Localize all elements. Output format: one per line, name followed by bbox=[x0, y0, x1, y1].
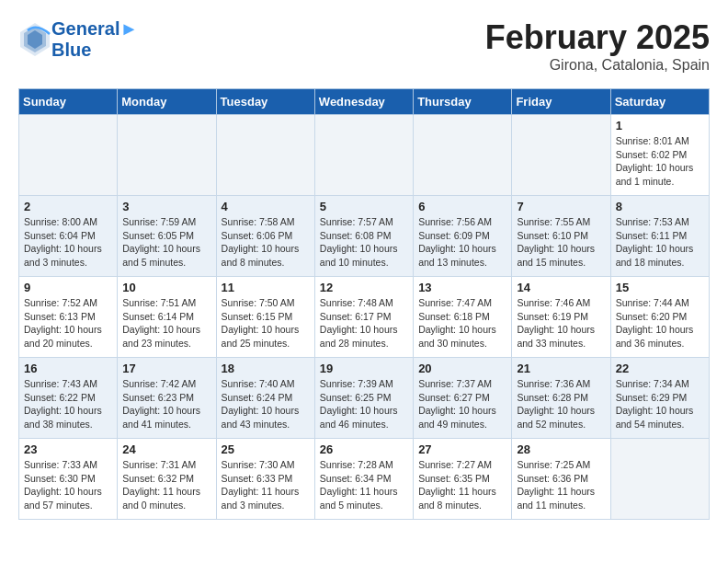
day-number: 17 bbox=[122, 362, 210, 375]
calendar-day-cell: 14Sunrise: 7:46 AM Sunset: 6:19 PM Dayli… bbox=[512, 277, 610, 358]
day-number: 10 bbox=[122, 281, 210, 294]
calendar-day-cell: 25Sunrise: 7:30 AM Sunset: 6:33 PM Dayli… bbox=[216, 439, 314, 520]
calendar-day-cell: 3Sunrise: 7:59 AM Sunset: 6:05 PM Daylig… bbox=[118, 196, 216, 277]
calendar-day-cell: 18Sunrise: 7:40 AM Sunset: 6:24 PM Dayli… bbox=[216, 358, 314, 439]
day-info: Sunrise: 7:50 AM Sunset: 6:15 PM Dayligh… bbox=[222, 296, 310, 350]
calendar-day-cell: 26Sunrise: 7:28 AM Sunset: 6:34 PM Dayli… bbox=[314, 439, 413, 520]
col-sunday: Sunday bbox=[19, 89, 118, 115]
calendar-header-row: Sunday Monday Tuesday Wednesday Thursday… bbox=[19, 89, 710, 115]
calendar-day-cell: 4Sunrise: 7:58 AM Sunset: 6:06 PM Daylig… bbox=[216, 196, 314, 277]
location: Girona, Catalonia, Spain bbox=[485, 57, 710, 74]
day-info: Sunrise: 7:59 AM Sunset: 6:05 PM Dayligh… bbox=[122, 215, 210, 270]
logo: General► Blue bbox=[18, 18, 138, 61]
day-info: Sunrise: 7:47 AM Sunset: 6:18 PM Dayligh… bbox=[418, 296, 506, 350]
day-number: 16 bbox=[24, 362, 112, 375]
day-number: 19 bbox=[320, 362, 408, 375]
calendar-day-cell bbox=[19, 115, 118, 196]
day-info: Sunrise: 7:56 AM Sunset: 6:09 PM Dayligh… bbox=[418, 215, 506, 270]
day-number: 6 bbox=[418, 200, 506, 213]
calendar-day-cell: 11Sunrise: 7:50 AM Sunset: 6:15 PM Dayli… bbox=[216, 277, 314, 358]
calendar-week-row: 2Sunrise: 8:00 AM Sunset: 6:04 PM Daylig… bbox=[19, 196, 710, 277]
day-number: 8 bbox=[616, 200, 704, 213]
day-number: 15 bbox=[616, 281, 704, 294]
col-wednesday: Wednesday bbox=[314, 89, 413, 115]
calendar-day-cell: 13Sunrise: 7:47 AM Sunset: 6:18 PM Dayli… bbox=[414, 277, 512, 358]
calendar-day-cell: 20Sunrise: 7:37 AM Sunset: 6:27 PM Dayli… bbox=[414, 358, 512, 439]
calendar-day-cell: 17Sunrise: 7:42 AM Sunset: 6:23 PM Dayli… bbox=[118, 358, 216, 439]
calendar-day-cell: 28Sunrise: 7:25 AM Sunset: 6:36 PM Dayli… bbox=[512, 439, 610, 520]
day-info: Sunrise: 8:01 AM Sunset: 6:02 PM Dayligh… bbox=[616, 134, 704, 189]
month-title: February 2025 bbox=[485, 18, 710, 57]
day-number: 18 bbox=[222, 362, 310, 375]
calendar-day-cell bbox=[512, 115, 610, 196]
day-number: 23 bbox=[24, 442, 112, 456]
calendar-day-cell: 23Sunrise: 7:33 AM Sunset: 6:30 PM Dayli… bbox=[19, 439, 118, 520]
day-number: 20 bbox=[418, 362, 506, 375]
day-number: 4 bbox=[222, 200, 310, 213]
day-info: Sunrise: 7:34 AM Sunset: 6:29 PM Dayligh… bbox=[616, 377, 704, 431]
calendar-week-row: 16Sunrise: 7:43 AM Sunset: 6:22 PM Dayli… bbox=[19, 358, 710, 439]
calendar-day-cell: 1Sunrise: 8:01 AM Sunset: 6:02 PM Daylig… bbox=[610, 115, 709, 196]
col-monday: Monday bbox=[118, 89, 216, 115]
day-info: Sunrise: 7:28 AM Sunset: 6:34 PM Dayligh… bbox=[320, 458, 408, 512]
day-info: Sunrise: 7:37 AM Sunset: 6:27 PM Dayligh… bbox=[418, 377, 506, 431]
logo-subtext: Blue bbox=[51, 40, 138, 61]
col-tuesday: Tuesday bbox=[216, 89, 314, 115]
day-info: Sunrise: 7:39 AM Sunset: 6:25 PM Dayligh… bbox=[320, 377, 408, 431]
calendar-day-cell: 8Sunrise: 7:53 AM Sunset: 6:11 PM Daylig… bbox=[610, 196, 709, 277]
calendar-day-cell: 6Sunrise: 7:56 AM Sunset: 6:09 PM Daylig… bbox=[414, 196, 512, 277]
day-info: Sunrise: 7:42 AM Sunset: 6:23 PM Dayligh… bbox=[122, 377, 210, 431]
day-number: 25 bbox=[222, 442, 310, 456]
calendar-week-row: 23Sunrise: 7:33 AM Sunset: 6:30 PM Dayli… bbox=[19, 439, 710, 520]
day-info: Sunrise: 7:30 AM Sunset: 6:33 PM Dayligh… bbox=[222, 458, 310, 512]
calendar-day-cell: 16Sunrise: 7:43 AM Sunset: 6:22 PM Dayli… bbox=[19, 358, 118, 439]
day-info: Sunrise: 7:27 AM Sunset: 6:35 PM Dayligh… bbox=[418, 458, 506, 512]
day-info: Sunrise: 7:40 AM Sunset: 6:24 PM Dayligh… bbox=[222, 377, 310, 431]
calendar-day-cell: 10Sunrise: 7:51 AM Sunset: 6:14 PM Dayli… bbox=[118, 277, 216, 358]
day-number: 11 bbox=[222, 281, 310, 294]
day-number: 13 bbox=[418, 281, 506, 294]
calendar-week-row: 9Sunrise: 7:52 AM Sunset: 6:13 PM Daylig… bbox=[19, 277, 710, 358]
day-info: Sunrise: 7:48 AM Sunset: 6:17 PM Dayligh… bbox=[320, 296, 408, 350]
day-number: 24 bbox=[122, 442, 210, 456]
calendar-day-cell: 22Sunrise: 7:34 AM Sunset: 6:29 PM Dayli… bbox=[610, 358, 709, 439]
day-info: Sunrise: 7:52 AM Sunset: 6:13 PM Dayligh… bbox=[24, 296, 112, 350]
day-number: 1 bbox=[616, 119, 704, 132]
calendar-day-cell: 19Sunrise: 7:39 AM Sunset: 6:25 PM Dayli… bbox=[314, 358, 413, 439]
day-info: Sunrise: 7:51 AM Sunset: 6:14 PM Dayligh… bbox=[122, 296, 210, 350]
day-number: 2 bbox=[24, 200, 112, 213]
calendar-day-cell bbox=[610, 439, 709, 520]
day-info: Sunrise: 7:33 AM Sunset: 6:30 PM Dayligh… bbox=[24, 458, 112, 512]
day-number: 14 bbox=[517, 281, 605, 294]
day-number: 21 bbox=[517, 362, 605, 375]
day-number: 12 bbox=[320, 281, 408, 294]
day-info: Sunrise: 7:36 AM Sunset: 6:28 PM Dayligh… bbox=[517, 377, 605, 431]
day-number: 27 bbox=[418, 442, 506, 456]
calendar-table: Sunday Monday Tuesday Wednesday Thursday… bbox=[18, 88, 710, 520]
calendar-day-cell bbox=[414, 115, 512, 196]
day-info: Sunrise: 7:31 AM Sunset: 6:32 PM Dayligh… bbox=[122, 458, 210, 512]
calendar-day-cell bbox=[118, 115, 216, 196]
day-number: 9 bbox=[24, 281, 112, 294]
day-info: Sunrise: 7:53 AM Sunset: 6:11 PM Dayligh… bbox=[616, 215, 704, 270]
calendar-day-cell: 21Sunrise: 7:36 AM Sunset: 6:28 PM Dayli… bbox=[512, 358, 610, 439]
col-friday: Friday bbox=[512, 89, 610, 115]
day-number: 5 bbox=[320, 200, 408, 213]
day-number: 3 bbox=[122, 200, 210, 213]
day-info: Sunrise: 7:43 AM Sunset: 6:22 PM Dayligh… bbox=[24, 377, 112, 431]
day-info: Sunrise: 7:25 AM Sunset: 6:36 PM Dayligh… bbox=[517, 458, 605, 512]
calendar-day-cell: 24Sunrise: 7:31 AM Sunset: 6:32 PM Dayli… bbox=[118, 439, 216, 520]
day-number: 26 bbox=[320, 442, 408, 456]
logo-text: General► bbox=[51, 18, 138, 40]
calendar-day-cell bbox=[314, 115, 413, 196]
day-info: Sunrise: 7:46 AM Sunset: 6:19 PM Dayligh… bbox=[517, 296, 605, 350]
day-info: Sunrise: 8:00 AM Sunset: 6:04 PM Dayligh… bbox=[24, 215, 112, 270]
page-header: General► Blue February 2025 Girona, Cata… bbox=[18, 18, 710, 74]
calendar-day-cell: 7Sunrise: 7:55 AM Sunset: 6:10 PM Daylig… bbox=[512, 196, 610, 277]
day-info: Sunrise: 7:58 AM Sunset: 6:06 PM Dayligh… bbox=[222, 215, 310, 270]
calendar-day-cell: 15Sunrise: 7:44 AM Sunset: 6:20 PM Dayli… bbox=[610, 277, 709, 358]
day-number: 7 bbox=[517, 200, 605, 213]
logo-icon bbox=[18, 21, 51, 58]
calendar-day-cell: 27Sunrise: 7:27 AM Sunset: 6:35 PM Dayli… bbox=[414, 439, 512, 520]
col-saturday: Saturday bbox=[610, 89, 709, 115]
